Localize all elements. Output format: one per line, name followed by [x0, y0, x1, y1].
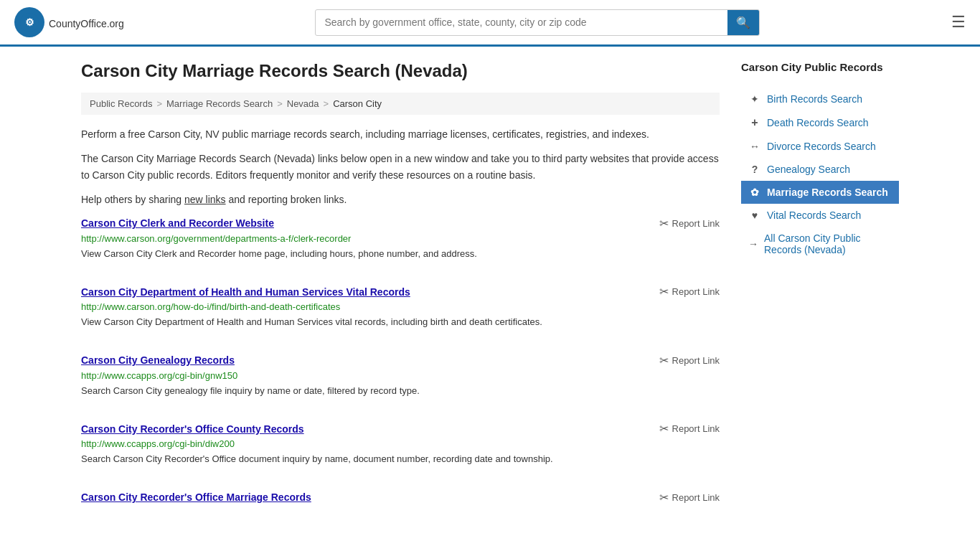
result-desc-2: View Carson City Department of Health an… — [81, 315, 720, 329]
sidebar-item-vital[interactable]: Vital Records Search — [741, 204, 899, 227]
sidebar-title: Carson City Public Records — [741, 61, 899, 77]
sidebar-item-death[interactable]: Death Records Search — [741, 110, 899, 135]
result-title-1[interactable]: Carson City Clerk and Recorder Website — [81, 217, 274, 229]
svg-text:⚙: ⚙ — [25, 17, 34, 28]
sidebar-item-all[interactable]: All Carson City Public Records (Nevada) — [741, 227, 899, 261]
result-url-3[interactable]: http://www.ccapps.org/cgi-bin/gnw150 — [81, 370, 720, 381]
report-icon-3: ✂ — [659, 354, 669, 367]
result-desc-1: View Carson City Clerk and Recorder home… — [81, 247, 720, 261]
description-3-pre: Help others by sharing — [81, 194, 184, 205]
search-input[interactable] — [316, 11, 727, 34]
report-icon-1: ✂ — [659, 217, 669, 230]
report-icon-2: ✂ — [659, 285, 669, 298]
result-url-2[interactable]: http://www.carson.org/how-do-i/find/birt… — [81, 301, 720, 312]
birth-icon — [748, 93, 761, 105]
sidebar-item-label: Vital Records Search — [767, 209, 861, 221]
logo-text: CountyOffice.org — [49, 14, 124, 31]
header: ⚙ CountyOffice.org 🔍 ☰ — [0, 0, 980, 47]
result-desc-4: Search Carson City Recorder's Office doc… — [81, 452, 720, 466]
result-title-2[interactable]: Carson City Department of Health and Hum… — [81, 286, 410, 298]
breadcrumb-marriage-records-search[interactable]: Marriage Records Search — [166, 98, 273, 109]
main-container: Carson City Marriage Records Search (Nev… — [60, 47, 920, 546]
result-url-4[interactable]: http://www.ccapps.org/cgi-bin/diw200 — [81, 438, 720, 449]
description-3: Help others by sharing new links and rep… — [81, 192, 720, 207]
search-button[interactable]: 🔍 — [727, 10, 759, 35]
report-icon-5: ✂ — [659, 491, 669, 504]
table-row: Carson City Department of Health and Hum… — [81, 285, 720, 336]
report-link-2[interactable]: ✂ Report Link — [659, 285, 720, 298]
new-links-link[interactable]: new links — [184, 194, 226, 205]
divorce-icon — [748, 141, 761, 152]
sidebar-item-marriage[interactable]: Marriage Records Search — [741, 181, 899, 204]
breadcrumb-sep-2: > — [277, 98, 283, 109]
result-header-4: Carson City Recorder's Office County Rec… — [81, 422, 720, 435]
breadcrumb-sep-3: > — [324, 98, 329, 109]
logo-area: ⚙ CountyOffice.org — [14, 7, 124, 37]
results-list: Carson City Clerk and Recorder Website ✂… — [81, 217, 720, 514]
description-1: Perform a free Carson City, NV public ma… — [81, 126, 720, 142]
result-url-1[interactable]: http://www.carson.org/government/departm… — [81, 233, 720, 244]
result-header-5: Carson City Recorder's Office Marriage R… — [81, 491, 720, 504]
table-row: Carson City Genealogy Records ✂ Report L… — [81, 354, 720, 405]
search-box: 🔍 — [315, 9, 760, 36]
sidebar-item-label: Death Records Search — [767, 117, 869, 128]
sidebar-item-label: Marriage Records Search — [767, 187, 888, 198]
result-desc-3: Search Carson City genealogy file inquir… — [81, 384, 720, 398]
result-header-2: Carson City Department of Health and Hum… — [81, 285, 720, 298]
menu-icon[interactable]: ☰ — [951, 13, 966, 32]
report-link-1[interactable]: ✂ Report Link — [659, 217, 720, 230]
all-icon — [748, 238, 758, 250]
genealogy-icon — [748, 164, 761, 175]
search-area: 🔍 — [315, 9, 760, 36]
description-2: The Carson City Marriage Records Search … — [81, 151, 720, 183]
result-header-1: Carson City Clerk and Recorder Website ✂… — [81, 217, 720, 230]
report-link-5[interactable]: ✂ Report Link — [659, 491, 720, 504]
table-row: Carson City Recorder's Office Marriage R… — [81, 491, 720, 514]
result-title-5[interactable]: Carson City Recorder's Office Marriage R… — [81, 491, 311, 503]
sidebar-item-label: All Carson City Public Records (Nevada) — [764, 232, 892, 255]
result-header-3: Carson City Genealogy Records ✂ Report L… — [81, 354, 720, 367]
breadcrumb-public-records[interactable]: Public Records — [90, 98, 152, 109]
breadcrumb-nevada[interactable]: Nevada — [287, 98, 319, 109]
sidebar: Carson City Public Records Birth Records… — [741, 61, 899, 532]
logo-suffix: .org — [107, 18, 124, 29]
sidebar-item-divorce[interactable]: Divorce Records Search — [741, 135, 899, 158]
breadcrumb-sep-1: > — [156, 98, 162, 109]
report-icon-4: ✂ — [659, 422, 669, 435]
description-3-post: and reporting broken links. — [226, 194, 347, 205]
sidebar-item-birth[interactable]: Birth Records Search — [741, 88, 899, 110]
result-title-4[interactable]: Carson City Recorder's Office County Rec… — [81, 423, 304, 435]
vital-icon — [748, 209, 761, 221]
breadcrumb-current: Carson City — [333, 98, 382, 109]
page-title: Carson City Marriage Records Search (Nev… — [81, 61, 720, 81]
logo-name: CountyOffice — [49, 18, 107, 29]
table-row: Carson City Clerk and Recorder Website ✂… — [81, 217, 720, 268]
report-link-3[interactable]: ✂ Report Link — [659, 354, 720, 367]
death-icon — [748, 116, 761, 129]
sidebar-item-label: Birth Records Search — [767, 93, 862, 105]
content-area: Carson City Marriage Records Search (Nev… — [81, 61, 720, 532]
sidebar-item-genealogy[interactable]: Genealogy Search — [741, 158, 899, 181]
result-title-3[interactable]: Carson City Genealogy Records — [81, 354, 235, 366]
table-row: Carson City Recorder's Office County Rec… — [81, 422, 720, 474]
logo-icon: ⚙ — [14, 7, 44, 37]
sidebar-item-label: Genealogy Search — [767, 164, 850, 175]
breadcrumb: Public Records > Marriage Records Search… — [81, 93, 720, 115]
sidebar-item-label: Divorce Records Search — [767, 141, 876, 152]
report-link-4[interactable]: ✂ Report Link — [659, 422, 720, 435]
marriage-icon — [748, 187, 761, 198]
